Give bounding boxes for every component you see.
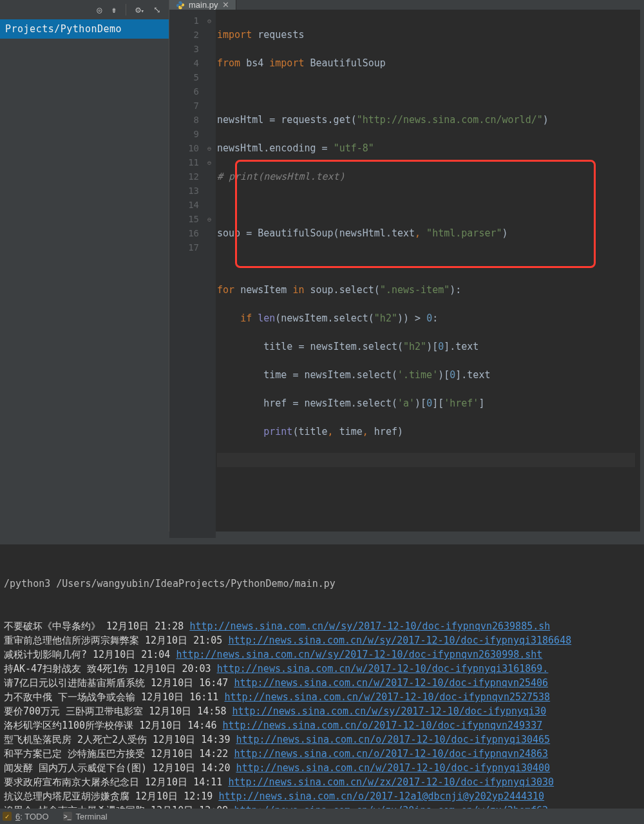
output-text: 力不敌中俄 下一场战争或会输 12月10日 16:11 — [4, 691, 224, 703]
output-text: 不要破坏《中导条约》 12月10日 21:28 — [4, 620, 189, 632]
todo-label: : TODO — [20, 812, 48, 821]
output-text: 请7亿日元以引进陆基宙斯盾系统 12月10日 16:47 — [4, 677, 234, 689]
output-link[interactable]: http://news.sina.com.cn/w/2017-12-10/doc… — [217, 663, 549, 675]
line-number-gutter: 1 2 3 4 5 6 7 8 9 10 11 12 13 14 15 16 1 — [169, 10, 203, 538]
output-line: 持AK-47扫射战友 致4死1伤 12月10日 20:03 http://new… — [4, 662, 644, 676]
terminal-icon: >_ — [63, 812, 72, 821]
output-line: 洛杉矶学区约1100所学校停课 12月10日 14:46 http://news… — [4, 718, 644, 733]
editor-tab-bar: main.py ✕ — [169, 0, 644, 10]
bottom-tool-window-bar: ✓ 6: TODO >_ Terminal — [0, 809, 644, 824]
collapse-all-icon[interactable]: ⇟ — [111, 5, 117, 15]
project-tree-node-selected[interactable]: Projects/PythonDemo — [0, 19, 169, 39]
editor-scrollbar[interactable] — [640, 10, 644, 538]
output-link[interactable]: http://news.sina.com.cn/w/2017-12-10/doc… — [234, 677, 548, 689]
output-text: 要求政府宣布南京大屠杀纪念日 12月10日 14:11 — [4, 776, 228, 788]
output-link[interactable]: http://news.sina.com.cn/o/2017-12a1@dbcn… — [218, 790, 544, 802]
separator — [126, 4, 126, 15]
output-line: 抗议总理内塔尼亚胡涉嫌贪腐 12月10日 12:19 http://news.s… — [4, 789, 644, 803]
todo-icon: ✓ — [3, 812, 12, 821]
output-line: 型飞机坠落民房 2人死亡2人受伤 12月10日 14:39 http://new… — [4, 733, 644, 747]
output-line: 闻发酵 国内万人示威促下台(图) 12月10日 14:20 http://new… — [4, 761, 644, 775]
output-line: 追思会 悼念南京大屠杀遇难同胞 12月10日 12:09 http://news… — [4, 803, 644, 809]
scroll-from-source-icon[interactable]: ◎ — [97, 5, 102, 15]
output-text: 减税计划影响几何? 12月10日 21:04 — [4, 649, 176, 660]
output-link[interactable]: http://news.sina.com.cn/o/2017-12-10/doc… — [236, 734, 550, 745]
output-link[interactable]: http://news.sina.com.cn/w/sy/2017-12-10/… — [176, 649, 542, 660]
output-link[interactable]: http://news.sina.com.cn/w/sy/2017-12-10/… — [228, 635, 571, 646]
terminal-tool-window-button[interactable]: >_ Terminal — [63, 812, 108, 821]
sidebar-toolbar: ◎ ⇟ ⚙▾ ⤡ — [0, 0, 169, 19]
output-line: 重审前总理他信所涉两宗舞弊案 12月10日 21:05 http://news.… — [4, 633, 644, 647]
gear-icon[interactable]: ⚙▾ — [135, 5, 144, 15]
output-text: 型飞机坠落民房 2人死亡2人受伤 12月10日 14:39 — [4, 734, 236, 745]
terminal-label: Terminal — [76, 812, 108, 821]
output-text: 抗议总理内塔尼亚胡涉嫌贪腐 12月10日 12:19 — [4, 790, 218, 802]
output-line: 减税计划影响几何? 12月10日 21:04 http://news.sina.… — [4, 647, 644, 662]
output-line: 要求政府宣布南京大屠杀纪念日 12月10日 14:11 http://news.… — [4, 775, 644, 789]
output-link[interactable]: http://news.sina.com.cn/w/zx/2017-12-10/… — [228, 776, 554, 788]
output-line: 不要破坏《中导条约》 12月10日 21:28 http://news.sina… — [4, 619, 644, 633]
run-output[interactable]: /python3 /Users/wangyubin/IdeaProjects/P… — [0, 544, 644, 809]
close-tab-icon[interactable]: ✕ — [222, 0, 229, 10]
output-link[interactable]: http://news.sina.com.cn/o/2017-12-10/doc… — [234, 748, 548, 760]
output-text: 闻发酵 国内万人示威促下台(图) 12月10日 14:20 — [4, 762, 236, 774]
hide-panel-icon[interactable]: ⤡ — [153, 5, 161, 15]
editor-tab-label: main.py — [189, 0, 218, 10]
output-text: 重审前总理他信所涉两宗舞弊案 12月10日 21:05 — [4, 635, 228, 646]
output-text: 要价700万元 三卧两卫带电影室 12月10日 14:58 — [4, 705, 232, 717]
python-file-icon — [176, 1, 185, 10]
editor-area: main.py ✕ 1 2 3 4 5 6 7 8 9 10 11 12 — [169, 0, 644, 532]
code-text[interactable]: import requests from bs4 import Beautifu… — [216, 10, 640, 538]
output-text: 洛杉矶学区约1100所学校停课 12月10日 14:46 — [4, 720, 223, 731]
run-command-line: /python3 /Users/wangyubin/IdeaProjects/P… — [4, 577, 644, 591]
output-line: 力不敌中俄 下一场战争或会输 12月10日 16:11 http://news.… — [4, 690, 644, 704]
editor-tab-main-py[interactable]: main.py ✕ — [169, 0, 236, 10]
editor-body[interactable]: 1 2 3 4 5 6 7 8 9 10 11 12 13 14 15 16 1 — [169, 10, 644, 538]
output-link[interactable]: http://news.sina.com.cn/w/2017-12-10/doc… — [224, 691, 550, 703]
output-text: 持AK-47扫射战友 致4死1伤 12月10日 20:03 — [4, 663, 217, 675]
output-line: 请7亿日元以引进陆基宙斯盾系统 12月10日 16:47 http://news… — [4, 676, 644, 690]
output-link[interactable]: http://news.sina.com.cn/w/2017-12-10/doc… — [236, 762, 550, 774]
output-link[interactable]: http://news.sina.com.cn/w/sy/2017-12-10/… — [232, 705, 547, 717]
output-link[interactable]: http://news.sina.com.cn/w/sy/2017-12-10/… — [189, 620, 550, 632]
project-sidebar: ◎ ⇟ ⚙▾ ⤡ Projects/PythonDemo — [0, 0, 169, 532]
todo-tool-window-button[interactable]: ✓ 6: TODO — [3, 812, 49, 821]
output-text: 和平方案已定 沙特施压巴方接受 12月10日 14:22 — [4, 748, 234, 760]
output-link[interactable]: http://news.sina.com.cn/o/2017-12-10/doc… — [223, 720, 543, 731]
output-line: 和平方案已定 沙特施压巴方接受 12月10日 14:22 http://news… — [4, 747, 644, 761]
output-line: 要价700万元 三卧两卫带电影室 12月10日 14:58 http://new… — [4, 704, 644, 718]
fold-gutter: ⊖ ⊖ ⊖ ⊖ — [203, 10, 216, 538]
